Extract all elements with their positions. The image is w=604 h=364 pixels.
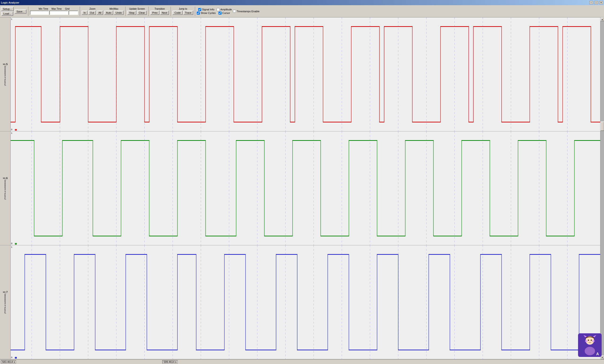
signal-info-label: Signal Info: [202, 8, 214, 11]
main-content: Setup... Load... Save... Min Time Max Ti…: [0, 5, 604, 364]
plots-column: 1 0 1: [11, 17, 600, 359]
svg-marker-66: [583, 335, 587, 337]
minimize-button[interactable]: ─: [589, 1, 593, 4]
ch5-waveform: [11, 17, 600, 131]
clear-button[interactable]: Clear: [137, 11, 147, 15]
save-button[interactable]: Save...: [15, 9, 26, 14]
stop-button[interactable]: Stop: [127, 11, 136, 15]
zoom-group: Zoom In Out All: [82, 8, 103, 15]
divider-5: [171, 7, 171, 16]
jumpto-group: Jump to Code Trace: [173, 8, 193, 15]
signal-info-checkbox[interactable]: [198, 8, 201, 11]
window-controls: ─ □ ✕: [589, 1, 603, 4]
ch7-number: >> 7: [3, 291, 8, 293]
amplitude-checkbox[interactable]: [217, 8, 220, 11]
svg-point-61: [585, 347, 595, 355]
ch7-waveform: [11, 245, 600, 359]
ch5-label: (PORTA & 0x00000020): [4, 66, 6, 86]
ch6-waveform: [11, 131, 600, 245]
zoom-label: Zoom: [89, 8, 96, 10]
signal-info-row: Signal Info: [198, 8, 214, 11]
update-label: Update Screen: [129, 8, 145, 10]
avatar: A: [578, 333, 602, 357]
title-bar: Logic Analyzer ─ □ ✕: [0, 0, 604, 5]
status-bar: 583.4614 s 599.4614 s: [0, 359, 604, 364]
auto-button[interactable]: Auto: [104, 11, 113, 15]
cursor-label: Cursor: [222, 12, 230, 14]
timestamps-label: Timestamps Enable: [237, 10, 260, 13]
cursor-checkbox[interactable]: [218, 12, 222, 15]
divider-4: [148, 7, 149, 16]
save-group: Save...: [15, 9, 26, 14]
svg-point-64: [588, 340, 589, 341]
svg-point-62: [585, 340, 588, 342]
setup-load-group: Setup... Load...: [1, 7, 14, 16]
amplitude-label: Amplitude: [220, 8, 232, 11]
minmax-group: Min/Max Auto Undo: [104, 8, 124, 15]
update-group: Update Screen Stop Clear: [127, 8, 147, 15]
status-time-1: 583.4614 s: [1, 360, 16, 364]
amplitude-row: Amplitude: [217, 8, 232, 11]
show-cycles-checkbox[interactable]: [197, 12, 200, 15]
ch5-label-cell: >> 5 (PORTA & 0x00000020): [0, 17, 10, 131]
ch7-label-cell: >> 7 (PORTA & 0x00000080): [0, 245, 10, 359]
show-cycles-row: Show Cycles: [197, 12, 216, 15]
divider-2: [80, 7, 80, 16]
scroll-up-button[interactable]: ▲: [601, 17, 604, 21]
prev-button[interactable]: Prev: [150, 11, 160, 15]
checkboxes-group3: Timestamps Enable: [233, 10, 260, 13]
ch7-row: 1 0 0: [11, 245, 600, 359]
zoom-in-button[interactable]: In: [82, 11, 88, 15]
zoom-all-button[interactable]: All: [97, 11, 103, 15]
status-time-1-value: 583.4614 s: [2, 361, 15, 363]
scroll-thumb[interactable]: [601, 122, 604, 131]
grid-input[interactable]: 1 s: [69, 11, 78, 15]
status-time-2: 599.4614 s: [162, 360, 177, 364]
ch6-row: 1 0 0: [11, 131, 600, 245]
divider-3: [125, 7, 126, 16]
grid-label: Grid: [65, 8, 70, 10]
checkboxes-group2: Amplitude Cursor: [217, 8, 232, 15]
toolbar: Setup... Load... Save... Min Time Max Ti…: [0, 5, 604, 17]
timestamps-checkbox[interactable]: [233, 10, 236, 13]
ch5-number: >> 5: [3, 63, 8, 66]
labels-column: >> 5 (PORTA & 0x00000020) >> 6 (PORTA & …: [0, 17, 11, 359]
setup-button[interactable]: Setup...: [1, 7, 14, 11]
status-time-2-value: 599.4614 s: [164, 361, 176, 363]
svg-point-63: [592, 340, 595, 342]
svg-point-65: [591, 340, 592, 341]
divider-1: [28, 7, 28, 16]
max-time-input[interactable]: 636.7812 s: [49, 11, 68, 15]
undo-button[interactable]: Undo: [114, 11, 124, 15]
ch6-label-cell: >> 6 (PORTA & 0x00000040): [0, 131, 10, 245]
svg-text:A: A: [596, 352, 599, 356]
avatar-image: A: [579, 335, 601, 356]
transition-label: Transition: [154, 8, 165, 10]
min-time-label: Min Time: [39, 8, 48, 10]
next-button[interactable]: Next: [160, 11, 169, 15]
min-time-input[interactable]: 429.2014 s: [30, 11, 49, 15]
transition-group: Transition Prev Next: [150, 8, 169, 15]
ch5-row: 1 0 1: [11, 17, 600, 131]
trace-button[interactable]: Trace: [183, 11, 193, 15]
maximize-button[interactable]: □: [594, 1, 598, 4]
scroll-track[interactable]: [601, 21, 604, 355]
cursor-row: Cursor: [218, 12, 230, 15]
close-button[interactable]: ✕: [599, 1, 603, 4]
svg-marker-67: [593, 335, 596, 337]
ch7-label: (PORTA & 0x00000080): [4, 293, 6, 314]
checkboxes-group: Signal Info Show Cycles: [197, 8, 216, 15]
jumpto-label: Jump to: [179, 8, 187, 10]
code-button[interactable]: Code: [173, 11, 182, 15]
max-time-label: Max Time: [51, 8, 62, 10]
load-button[interactable]: Load...: [1, 12, 13, 16]
divider-6: [195, 7, 195, 16]
minmax-label: Min/Max: [110, 8, 118, 10]
channels-wrapper: >> 5 (PORTA & 0x00000020) >> 6 (PORTA & …: [0, 17, 604, 359]
ch6-number: >> 6: [3, 177, 8, 179]
zoom-out-button[interactable]: Out: [88, 11, 96, 15]
app-title: Logic Analyzer: [1, 1, 19, 4]
ch6-label: (PORTA & 0x00000040): [4, 179, 6, 200]
show-cycles-label: Show Cycles: [201, 12, 216, 14]
vertical-scrollbar[interactable]: ▲ ▼: [600, 17, 604, 359]
